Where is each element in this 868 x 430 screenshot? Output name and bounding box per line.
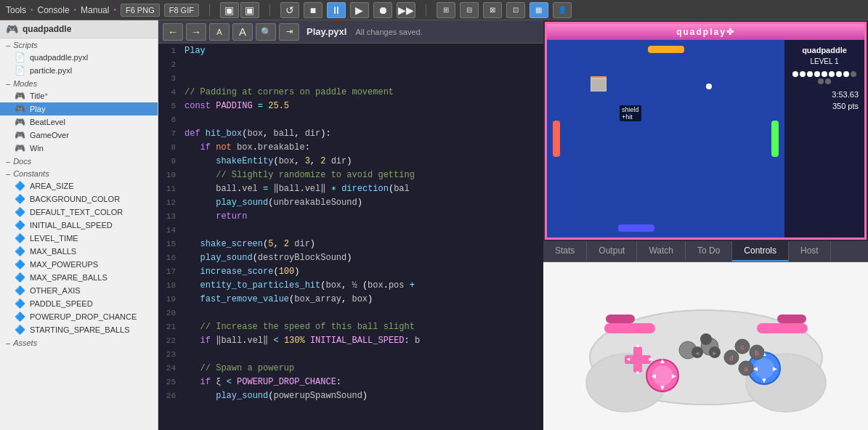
- tab-host[interactable]: Host: [789, 241, 831, 261]
- game-canvas[interactable]: shield+hit: [547, 40, 784, 238]
- sidebar-const-lt[interactable]: 🔷LEVEL_TIME: [0, 232, 158, 245]
- sidebar-const-mp[interactable]: 🔷MAX_POWERUPS: [0, 258, 158, 271]
- svg-text:◄: ◄: [650, 372, 657, 380]
- svg-rect-6: [777, 315, 806, 323]
- sidebar-item-particle[interactable]: 📄 particle.pyxl: [0, 64, 158, 77]
- right-panel: quadplay✜: [543, 20, 868, 430]
- svg-text:◄: ◄: [625, 356, 631, 362]
- game-level: LEVEL 1: [810, 57, 838, 65]
- forward-btn[interactable]: ▶▶: [397, 2, 415, 18]
- code-area[interactable]: 1Play 2 3 4// Padding at corners on padd…: [158, 44, 543, 430]
- main-toolbar: Tools • Console • Manual • F6 PNG F8 GIF…: [0, 0, 868, 20]
- view2-btn[interactable]: ⊟: [460, 2, 479, 18]
- view3-btn[interactable]: ⊠: [483, 2, 502, 18]
- redo-btn[interactable]: →: [186, 23, 206, 41]
- sidebar-const-area[interactable]: 🔷AREA_SIZE: [0, 179, 158, 192]
- sidebar-const-oa[interactable]: 🔷OTHER_AXIS: [0, 284, 158, 297]
- svg-text:q: q: [607, 313, 611, 320]
- undo-btn[interactable]: ←: [163, 23, 183, 41]
- table-row: 11 ball.vel = ‖ball.vel‖ ∗ direction(bal: [158, 182, 543, 195]
- table-row: 20: [158, 306, 543, 320]
- sidebar-item-title[interactable]: 🎮 Title*: [0, 89, 158, 102]
- play-btn[interactable]: ▶: [350, 2, 369, 18]
- sidebar-item-play[interactable]: 🎮 Play: [0, 102, 158, 115]
- tab-watch[interactable]: Watch: [637, 241, 686, 261]
- sidebar-const-bg[interactable]: 🔷BACKGROUND_COLOR: [0, 192, 158, 206]
- controls-panel: ▲ ▼ ◄ ► ▲ ▼ ◄ ► ▲ ▼: [543, 262, 868, 430]
- dot-6: [829, 71, 835, 77]
- sidebar-const-ps[interactable]: 🔷PADDLE_SPEED: [0, 297, 158, 310]
- dot-8: [843, 71, 849, 77]
- controller-area: ▲ ▼ ◄ ► ▲ ▼ ◄ ► ▲ ▼: [543, 262, 868, 430]
- sidebar-item-quadpaddle[interactable]: 📄 quadpaddle.pyxl: [0, 51, 158, 64]
- view6-btn[interactable]: 👤: [553, 2, 572, 18]
- dot-10: [818, 78, 824, 84]
- tab-output[interactable]: Output: [587, 241, 637, 261]
- svg-rect-3: [604, 323, 655, 333]
- ball: [706, 84, 712, 89]
- paddle-top: [648, 46, 684, 53]
- indent-btn[interactable]: ⇥: [279, 23, 299, 41]
- tab-todo[interactable]: To Do: [686, 241, 732, 261]
- table-row: 8 if not box.breakable:: [158, 140, 543, 154]
- tab-controls[interactable]: Controls: [732, 241, 789, 261]
- font-large-btn[interactable]: A: [232, 23, 253, 41]
- sidebar-const-msb[interactable]: 🔷MAX_SPARE_BALLS: [0, 271, 158, 284]
- tabs-bar: Stats Output Watch To Do Controls Host: [543, 241, 868, 262]
- sidebar-const-ibs[interactable]: 🔷INITIAL_BALL_SPEED: [0, 219, 158, 232]
- sidebar-item-beatlevel[interactable]: 🎮 BeatLevel: [0, 115, 158, 129]
- table-row: 19 fast_remove_value(box_array, box): [158, 292, 543, 306]
- table-row: 16 play_sound(destroyBlockSound): [158, 251, 543, 264]
- svg-point-9: [700, 333, 712, 345]
- font-small-btn[interactable]: A: [209, 23, 230, 41]
- sidebar-const-ssb[interactable]: 🔷STARTING_SPARE_BALLS: [0, 323, 158, 336]
- code-table: 1Play 2 3 4// Padding at corners on padd…: [158, 44, 543, 402]
- table-row: 9 shakeEntity(box, 3, 2 dir): [158, 154, 543, 168]
- dot-5: [822, 71, 827, 77]
- project-title: quadpaddle: [23, 24, 71, 34]
- layout-2-btn[interactable]: ▣: [240, 2, 259, 18]
- view5-btn[interactable]: ▦: [530, 2, 548, 18]
- dot-3: [807, 71, 813, 77]
- svg-text:►: ►: [712, 350, 718, 357]
- table-row: 26 play_sound(powerupSpawnSound): [158, 389, 543, 402]
- step-btn[interactable]: ⏺: [373, 2, 392, 18]
- sidebar-item-gameover[interactable]: 🎮 GameOver: [0, 129, 158, 142]
- stop-btn[interactable]: ■: [304, 2, 323, 18]
- tools-menu[interactable]: Tools: [6, 5, 26, 15]
- reload-btn[interactable]: ↺: [280, 2, 299, 18]
- sidebar-header: 🎮 quadpaddle: [0, 20, 158, 38]
- game-preview: quadplay✜: [545, 22, 867, 240]
- pause-btn[interactable]: ⏸: [327, 2, 346, 18]
- tab-stats[interactable]: Stats: [543, 241, 587, 261]
- manual-menu[interactable]: Manual: [81, 5, 109, 15]
- sidebar-item-win[interactable]: 🎮 Win: [0, 142, 158, 155]
- layout-1-btn[interactable]: ▣: [220, 2, 239, 18]
- constants-section: Constants: [0, 167, 158, 179]
- game-title-text: quadpaddle: [802, 46, 847, 54]
- sidebar-const-dtc[interactable]: 🔷DEFAULT_TEXT_COLOR: [0, 206, 158, 219]
- f6png-btn[interactable]: F6 PNG: [121, 4, 160, 17]
- f8gif-btn[interactable]: F8 GIF: [164, 4, 199, 17]
- game-pts: 350 pts: [790, 102, 859, 110]
- sidebar: 🎮 quadpaddle Scripts 📄 quadpaddle.pyxl 📄…: [0, 20, 158, 430]
- sidebar-const-pdc[interactable]: 🔷POWERUP_DROP_CHANCE: [0, 310, 158, 323]
- view4-btn[interactable]: ⊡: [506, 2, 525, 18]
- table-row: 6: [158, 113, 543, 126]
- sidebar-const-mb[interactable]: 🔷MAX_BALLS: [0, 245, 158, 258]
- table-row: 12 play_sound(unbreakableSound): [158, 195, 543, 209]
- dot-11: [825, 78, 831, 84]
- editor-filename: Play.pyxl: [307, 26, 346, 37]
- search-btn[interactable]: 🔍: [256, 23, 276, 41]
- table-row: 17 increase_score(100): [158, 264, 543, 278]
- assets-section: Assets: [0, 336, 158, 349]
- game-sidebar: quadpaddle LEVEL 1: [784, 40, 864, 238]
- table-row: 10 // Slightly randomize to avoid gettin…: [158, 168, 543, 182]
- menu-group: Tools • Console • Manual • F6 PNG F8 GIF: [6, 4, 199, 17]
- table-row: 23: [158, 347, 543, 361]
- view1-btn[interactable]: ⊞: [437, 2, 455, 18]
- console-menu[interactable]: Console: [38, 5, 70, 15]
- table-row: 18 entity_to_particles_hit(box, ½ (box.p…: [158, 278, 543, 292]
- paddle-bottom: [618, 224, 654, 232]
- svg-text:►: ►: [648, 356, 654, 362]
